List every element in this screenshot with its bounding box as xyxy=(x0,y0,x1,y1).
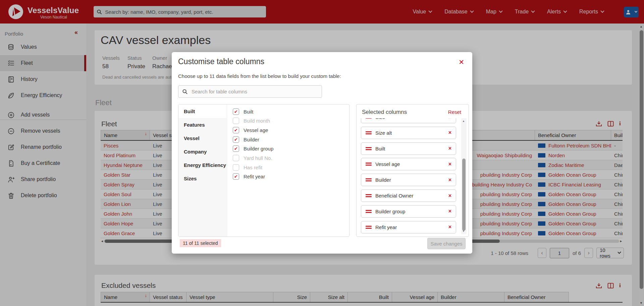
category-tab-vessel[interactable]: Vessel xyxy=(178,131,227,145)
remove-column-icon[interactable]: × xyxy=(448,145,451,151)
category-list: BuiltFeaturesVesselCompanyEnergy Efficie… xyxy=(178,104,227,236)
checkbox-icon[interactable]: ✔ xyxy=(233,108,239,115)
selected-column-built[interactable]: Built × xyxy=(361,142,456,155)
checkbox-icon[interactable]: ✔ xyxy=(233,127,239,133)
scroll-down-icon[interactable]: ▼ xyxy=(462,230,465,233)
drag-handle-icon[interactable] xyxy=(366,118,372,119)
category-tab-built[interactable]: Built xyxy=(178,104,227,118)
selected-columns-panel: Selected columns Reset Size × Size alt ×… xyxy=(356,104,469,237)
remove-column-icon[interactable]: × xyxy=(448,130,451,136)
checkbox-icon[interactable] xyxy=(233,155,239,161)
remove-column-icon[interactable]: × xyxy=(448,208,451,214)
column-search-input[interactable] xyxy=(191,88,318,95)
sel-scroll-thumb[interactable] xyxy=(462,159,466,231)
field-checkbox-build-month[interactable]: Build month xyxy=(233,118,349,124)
category-tab-energy-efficiency[interactable]: Energy Efficiency xyxy=(178,158,227,172)
selected-column-beneficial-owner[interactable]: Beneficial Owner × xyxy=(361,189,456,202)
scroll-up-icon[interactable]: ▲ xyxy=(462,120,465,123)
selected-column-builder[interactable]: Builder × xyxy=(361,174,456,186)
remove-column-icon[interactable]: × xyxy=(448,118,451,120)
app-root: VesselsValue Veson Nautical ValueDatabas… xyxy=(0,0,644,306)
remove-column-icon[interactable]: × xyxy=(448,161,451,167)
reset-link[interactable]: Reset xyxy=(448,109,461,115)
drag-handle-icon[interactable] xyxy=(366,226,372,229)
selected-column-builder-group[interactable]: Builder group × xyxy=(361,205,456,218)
remove-column-icon[interactable]: × xyxy=(448,177,451,183)
field-checkbox-vessel-age[interactable]: ✔Vessel age xyxy=(233,127,349,133)
selected-columns-list: Size × Size alt × Built × Vessel age × B… xyxy=(357,118,461,234)
customise-columns-modal: Customise table columns ✕ Choose up to 1… xyxy=(172,52,472,254)
field-checkbox-builder[interactable]: ✔Builder xyxy=(233,136,349,142)
fields-panel: BuiltFeaturesVesselCompanyEnergy Efficie… xyxy=(178,104,350,237)
selected-column-vessel-age[interactable]: Vessel age × xyxy=(361,158,456,170)
field-checkbox-built[interactable]: ✔Built xyxy=(233,108,349,115)
search-icon xyxy=(182,89,187,94)
drag-handle-icon[interactable] xyxy=(366,178,372,181)
field-checkbox-list: ✔BuiltBuild month✔Vessel age✔Builder✔Bui… xyxy=(227,104,349,236)
category-tab-sizes[interactable]: Sizes xyxy=(178,172,227,185)
selected-column-size[interactable]: Size × xyxy=(361,118,456,123)
drag-handle-icon[interactable] xyxy=(366,147,372,150)
selected-columns-heading: Selected columns xyxy=(362,109,407,116)
checkbox-icon[interactable]: ✔ xyxy=(233,145,239,152)
selected-column-size-alt[interactable]: Size alt × xyxy=(361,127,456,139)
column-search[interactable] xyxy=(178,85,322,98)
drag-handle-icon[interactable] xyxy=(366,163,372,166)
category-tab-company[interactable]: Company xyxy=(178,145,227,158)
drag-handle-icon[interactable] xyxy=(366,131,372,134)
drag-handle-icon[interactable] xyxy=(366,210,372,213)
selected-column-refit-year[interactable]: Refit year × xyxy=(361,221,456,233)
selected-list-scrollbar[interactable]: ▲ ▼ xyxy=(461,118,467,234)
checkbox-icon[interactable] xyxy=(233,164,239,171)
checkbox-icon[interactable]: ✔ xyxy=(233,173,239,180)
close-icon[interactable]: ✕ xyxy=(459,58,464,66)
field-checkbox-builder-group[interactable]: ✔Builder group xyxy=(233,146,349,152)
remove-column-icon[interactable]: × xyxy=(448,224,451,230)
field-checkbox-refit-year[interactable]: ✔Refit year xyxy=(233,174,349,180)
category-tab-features[interactable]: Features xyxy=(178,118,227,131)
remove-column-icon[interactable]: × xyxy=(448,193,451,199)
save-changes-button[interactable]: Save changes xyxy=(427,238,466,249)
modal-title: Customise table columns xyxy=(178,57,264,66)
modal-subtitle: Choose up to 11 data fields from the lis… xyxy=(178,73,341,79)
selection-count-badge: 11 of 11 selected xyxy=(180,239,221,247)
checkbox-icon[interactable] xyxy=(233,118,239,124)
field-checkbox-has-refit[interactable]: Has refit xyxy=(233,164,349,170)
checkbox-icon[interactable]: ✔ xyxy=(233,136,239,143)
drag-handle-icon[interactable] xyxy=(366,194,372,197)
field-checkbox-yard-hull-no-[interactable]: Yard hull No. xyxy=(233,155,349,161)
